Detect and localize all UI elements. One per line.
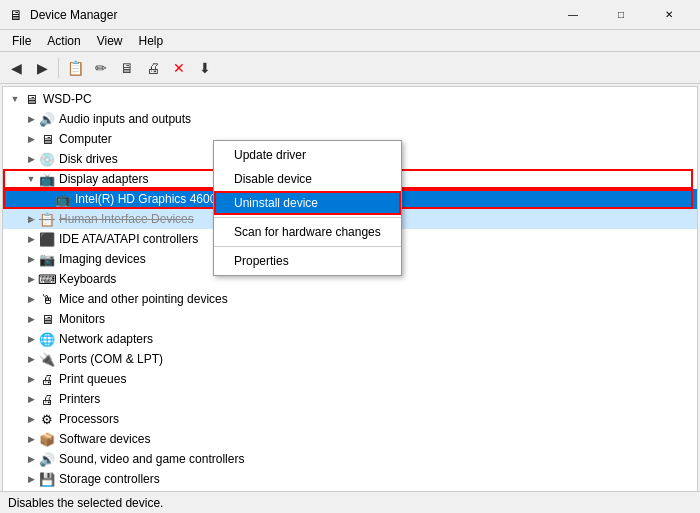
menu-help[interactable]: Help — [131, 32, 172, 50]
tree-item-monitors[interactable]: ▶ 🖥 Monitors — [3, 309, 697, 329]
print-queues-label: Print queues — [59, 372, 126, 386]
tree-item-printers[interactable]: ▶ 🖨 Printers — [3, 389, 697, 409]
app-window: 🖥 Device Manager — □ ✕ File Action View … — [0, 0, 700, 513]
tree-item-audio[interactable]: ▶ 🔊 Audio inputs and outputs — [3, 109, 697, 129]
tree-item-processors[interactable]: ▶ ⚙ Processors — [3, 409, 697, 429]
ports-label: Ports (COM & LPT) — [59, 352, 163, 366]
sound-icon: 🔊 — [39, 451, 55, 467]
menu-file[interactable]: File — [4, 32, 39, 50]
monitors-icon: 🖥 — [39, 311, 55, 327]
hid-icon: 📋 — [39, 211, 55, 227]
title-bar: 🖥 Device Manager — □ ✕ — [0, 0, 700, 30]
storage-icon: 💾 — [39, 471, 55, 487]
ports-icon: 🔌 — [39, 351, 55, 367]
software-icon: 📦 — [39, 431, 55, 447]
maximize-button[interactable]: □ — [598, 0, 644, 30]
audio-label: Audio inputs and outputs — [59, 112, 191, 126]
mice-icon: 🖱 — [39, 291, 55, 307]
sound-expander: ▶ — [23, 451, 39, 467]
computer-icon2: 🖥 — [39, 131, 55, 147]
ctx-sep-2 — [214, 246, 401, 247]
context-menu: Update driver Disable device Uninstall d… — [213, 140, 402, 276]
print-queues-icon: 🖨 — [39, 371, 55, 387]
tree-item-ports[interactable]: ▶ 🔌 Ports (COM & LPT) — [3, 349, 697, 369]
status-bar: Disables the selected device. — [0, 491, 700, 513]
keyboards-label: Keyboards — [59, 272, 116, 286]
toolbar-btn-properties[interactable]: 📋 — [63, 56, 87, 80]
window-title: Device Manager — [30, 8, 550, 22]
computer-label: Computer — [59, 132, 112, 146]
tree-root[interactable]: ▼ 🖥 WSD-PC — [3, 89, 697, 109]
tree-item-mice[interactable]: ▶ 🖱 Mice and other pointing devices — [3, 289, 697, 309]
sound-label: Sound, video and game controllers — [59, 452, 244, 466]
ide-icon: ⬛ — [39, 231, 55, 247]
display-label: Display adapters — [59, 172, 148, 186]
keyboards-icon: ⌨ — [39, 271, 55, 287]
disk-label: Disk drives — [59, 152, 118, 166]
ide-label: IDE ATA/ATAPI controllers — [59, 232, 198, 246]
audio-expander: ▶ — [23, 111, 39, 127]
imaging-icon: 📷 — [39, 251, 55, 267]
back-button[interactable]: ◀ — [4, 56, 28, 80]
tree-item-network[interactable]: ▶ 🌐 Network adapters — [3, 329, 697, 349]
root-label: WSD-PC — [43, 92, 92, 106]
ports-expander: ▶ — [23, 351, 39, 367]
monitors-expander: ▶ — [23, 311, 39, 327]
minimize-button[interactable]: — — [550, 0, 596, 30]
disk-expander: ▶ — [23, 151, 39, 167]
monitors-label: Monitors — [59, 312, 105, 326]
mice-label: Mice and other pointing devices — [59, 292, 228, 306]
network-expander: ▶ — [23, 331, 39, 347]
tree-item-storage[interactable]: ▶ 💾 Storage controllers — [3, 469, 697, 489]
toolbar-btn-remove[interactable]: ✕ — [167, 56, 191, 80]
status-text: Disables the selected device. — [8, 496, 163, 510]
mice-expander: ▶ — [23, 291, 39, 307]
storage-label: Storage controllers — [59, 472, 160, 486]
toolbar: ◀ ▶ 📋 ✏ 🖥 🖨 ✕ ⬇ — [0, 52, 700, 84]
ctx-uninstall-device[interactable]: Uninstall device — [214, 191, 401, 215]
storage-expander: ▶ — [23, 471, 39, 487]
processors-expander: ▶ — [23, 411, 39, 427]
software-label: Software devices — [59, 432, 150, 446]
toolbar-sep-1 — [58, 58, 59, 78]
ctx-properties[interactable]: Properties — [214, 249, 401, 273]
window-controls: — □ ✕ — [550, 0, 692, 30]
printers-expander: ▶ — [23, 391, 39, 407]
window-icon: 🖥 — [8, 7, 24, 23]
display-expander: ▼ — [23, 171, 39, 187]
forward-button[interactable]: ▶ — [30, 56, 54, 80]
toolbar-btn-scan[interactable]: 🖨 — [141, 56, 165, 80]
ctx-scan-hardware[interactable]: Scan for hardware changes — [214, 220, 401, 244]
menu-view[interactable]: View — [89, 32, 131, 50]
computer-icon: 🖥 — [23, 91, 39, 107]
computer-expander: ▶ — [23, 131, 39, 147]
software-expander: ▶ — [23, 431, 39, 447]
intel-label: Intel(R) HD Graphics 4600 — [75, 192, 216, 206]
intel-icon: 📺 — [55, 191, 71, 207]
network-icon: 🌐 — [39, 331, 55, 347]
network-label: Network adapters — [59, 332, 153, 346]
processors-icon: ⚙ — [39, 411, 55, 427]
processors-label: Processors — [59, 412, 119, 426]
toolbar-btn-uninstall[interactable]: 🖥 — [115, 56, 139, 80]
audio-icon: 🔊 — [39, 111, 55, 127]
toolbar-btn-update[interactable]: ✏ — [89, 56, 113, 80]
tree-item-sound[interactable]: ▶ 🔊 Sound, video and game controllers — [3, 449, 697, 469]
menu-bar: File Action View Help — [0, 30, 700, 52]
tree-item-software[interactable]: ▶ 📦 Software devices — [3, 429, 697, 449]
ctx-update-driver[interactable]: Update driver — [214, 143, 401, 167]
toolbar-btn-download[interactable]: ⬇ — [193, 56, 217, 80]
hid-expander: ▶ — [23, 211, 39, 227]
printers-icon: 🖨 — [39, 391, 55, 407]
ctx-sep-1 — [214, 217, 401, 218]
disk-icon: 💿 — [39, 151, 55, 167]
print-queues-expander: ▶ — [23, 371, 39, 387]
ctx-disable-device[interactable]: Disable device — [214, 167, 401, 191]
display-icon: 📺 — [39, 171, 55, 187]
main-content: ▼ 🖥 WSD-PC ▶ 🔊 Audio inputs and outputs … — [2, 86, 698, 493]
root-expander: ▼ — [7, 91, 23, 107]
menu-action[interactable]: Action — [39, 32, 88, 50]
imaging-expander: ▶ — [23, 251, 39, 267]
close-button[interactable]: ✕ — [646, 0, 692, 30]
tree-item-print-queues[interactable]: ▶ 🖨 Print queues — [3, 369, 697, 389]
